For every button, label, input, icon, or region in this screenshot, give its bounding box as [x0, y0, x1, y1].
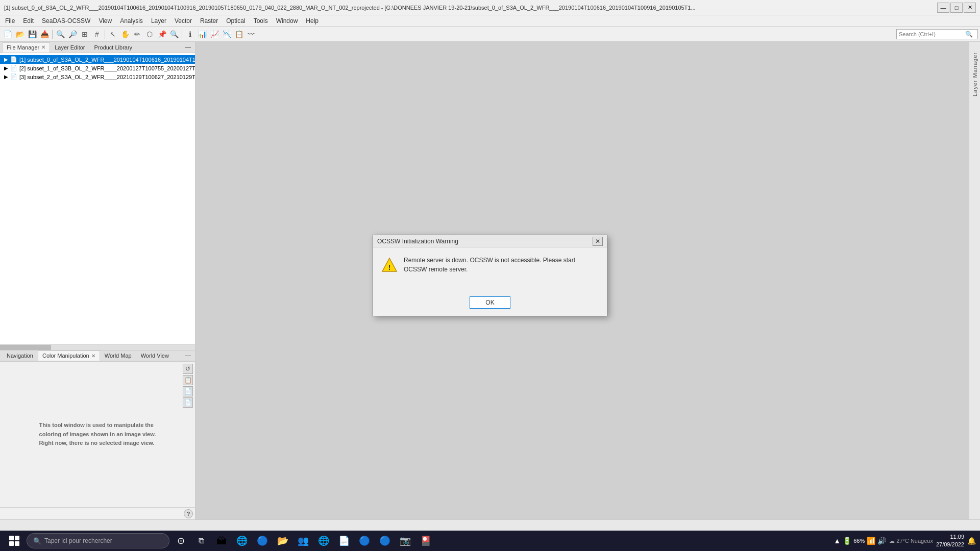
- tab-file-manager[interactable]: File Manager ✕: [2, 42, 50, 53]
- menu-layer[interactable]: Layer: [148, 16, 169, 26]
- menu-analysis[interactable]: Analysis: [117, 16, 146, 26]
- menu-help[interactable]: Help: [303, 16, 322, 26]
- taskbar-battery-percent: 66%: [853, 538, 865, 544]
- top-panel-close[interactable]: —: [183, 44, 193, 51]
- menu-tools[interactable]: Tools: [251, 16, 271, 26]
- toolbar-chart3[interactable]: 📉: [221, 29, 232, 40]
- description-bold: coloring of images: [39, 431, 89, 437]
- dialog-body: ! Remote server is down. OCSSW is not ac…: [373, 247, 607, 292]
- tab-file-manager-close[interactable]: ✕: [41, 44, 45, 50]
- toolbar-chart2[interactable]: 📈: [209, 29, 220, 40]
- taskbar-teams-btn[interactable]: 👥: [294, 533, 312, 549]
- dialog-title-bar: OCSSW Initialization Warning ✕: [373, 235, 607, 247]
- reset-tool-btn[interactable]: ↺: [183, 364, 193, 374]
- svg-text:!: !: [388, 263, 391, 271]
- taskbar-teams2-btn[interactable]: 🌐: [314, 533, 333, 549]
- toolbar-import[interactable]: 📥: [39, 29, 50, 40]
- toolbar-magnify[interactable]: 🔍: [168, 29, 180, 40]
- taskbar-folder-btn[interactable]: 📂: [274, 533, 292, 549]
- toolbar-info[interactable]: ℹ: [184, 29, 195, 40]
- file-item-1-text: [1] subset_0_of_S3A_OL_2_WFR___20190104T…: [19, 57, 195, 63]
- maximize-button[interactable]: □: [950, 3, 963, 13]
- taskbar-search-input[interactable]: [44, 537, 146, 544]
- win-square-3: [9, 541, 14, 546]
- toolbar-pin[interactable]: 📌: [156, 29, 167, 40]
- taskbar-landscape-btn[interactable]: 🏔: [212, 533, 231, 549]
- toolbar-select[interactable]: ↖: [107, 29, 118, 40]
- tab-color-manipulation-close[interactable]: ✕: [91, 353, 95, 359]
- taskbar-notifications-icon[interactable]: ▲: [834, 537, 841, 545]
- taskbar-battery-icon[interactable]: 🔋: [843, 537, 851, 545]
- taskbar-clock[interactable]: 11:09 27/09/2022: [936, 533, 964, 549]
- taskbar-word-btn[interactable]: 📄: [335, 533, 353, 549]
- menu-vector[interactable]: Vector: [172, 16, 195, 26]
- toolbar-grid[interactable]: #: [91, 29, 103, 40]
- search-input[interactable]: [899, 31, 965, 37]
- toolbar-chart4[interactable]: 📋: [233, 29, 244, 40]
- file-item-3[interactable]: ▶ 📄 [3] subset_2_of_S3A_OL_2_WFR____2021…: [0, 72, 195, 81]
- tab-world-view[interactable]: World View: [136, 350, 174, 361]
- taskbar-search-icon: 🔍: [33, 537, 41, 545]
- menu-window[interactable]: Window: [273, 16, 301, 26]
- toolbar-open[interactable]: 📂: [14, 29, 26, 40]
- weather-text: 27°C Nuageux: [896, 538, 933, 544]
- menu-seadas[interactable]: SeaDAS-OCSSW: [39, 16, 93, 26]
- toolbar-zoom-in[interactable]: 🔍: [55, 29, 66, 40]
- taskbar-edge-btn[interactable]: 🌐: [233, 533, 251, 549]
- import-tool-btn[interactable]: 📋: [183, 375, 193, 385]
- file-manager-area: File Manager ✕ Layer Editor Product Libr…: [0, 42, 195, 350]
- toolbar-chart1[interactable]: 📊: [197, 29, 208, 40]
- minimize-button[interactable]: —: [937, 3, 949, 13]
- ok-button[interactable]: OK: [470, 296, 510, 309]
- layer-manager-label[interactable]: Layer Manager: [972, 52, 978, 96]
- export-tool-btn[interactable]: 📄: [183, 386, 193, 396]
- toolbar-draw[interactable]: ✏: [132, 29, 143, 40]
- file-scroll-bar[interactable]: [0, 344, 195, 350]
- file-list[interactable]: ▶ 📄 [1] subset_0_of_S3A_OL_2_WFR___20190…: [0, 53, 195, 344]
- toolbar-zoom-out[interactable]: 🔎: [67, 29, 78, 40]
- toolbar-save[interactable]: 💾: [27, 29, 38, 40]
- file-item-1[interactable]: ▶ 📄 [1] subset_0_of_S3A_OL_2_WFR___20190…: [0, 55, 195, 64]
- taskbar-chrome2-btn[interactable]: 🔵: [355, 533, 374, 549]
- taskbar-misc-btn[interactable]: 🎴: [416, 533, 435, 549]
- help-button[interactable]: ?: [184, 509, 193, 518]
- taskbar-snap-btn[interactable]: 📷: [396, 533, 414, 549]
- tab-navigation-label: Navigation: [7, 353, 33, 359]
- start-button[interactable]: [4, 533, 24, 549]
- tab-world-map[interactable]: World Map: [100, 350, 136, 361]
- tab-file-manager-label: File Manager: [7, 44, 39, 51]
- taskbar-search-bar[interactable]: 🔍: [27, 533, 169, 548]
- taskbar-date: 27/09/2022: [936, 541, 964, 548]
- taskbar-notification-bell[interactable]: 🔔: [967, 537, 976, 545]
- warning-icon: !: [381, 257, 398, 273]
- taskbar-task-view-btn[interactable]: ⧉: [192, 533, 210, 549]
- taskbar-chrome-btn[interactable]: 🔵: [253, 533, 272, 549]
- toolbar-profile[interactable]: 〰: [246, 29, 257, 40]
- file-scroll-thumb[interactable]: [0, 345, 51, 350]
- dialog-close-button[interactable]: ✕: [593, 237, 603, 246]
- taskbar-network-icon[interactable]: 📶: [867, 537, 875, 545]
- tab-navigation[interactable]: Navigation: [2, 350, 38, 361]
- toolbar-pan[interactable]: ✋: [119, 29, 131, 40]
- taskbar-volume-icon[interactable]: 🔊: [877, 537, 886, 545]
- menu-file[interactable]: File: [2, 16, 18, 26]
- search-box[interactable]: 🔍: [896, 29, 978, 39]
- close-button[interactable]: ✕: [964, 3, 976, 13]
- taskbar-cortana-btn[interactable]: ⊙: [172, 533, 190, 549]
- menu-view[interactable]: View: [95, 16, 115, 26]
- menu-raster[interactable]: Raster: [197, 16, 221, 26]
- toolbar-new[interactable]: 📄: [2, 29, 13, 40]
- tab-color-manipulation[interactable]: Color Manipulation ✕: [38, 350, 100, 361]
- taskbar-chrome3-btn[interactable]: 🔵: [376, 533, 394, 549]
- file-item-2[interactable]: ▶ 📄 [2] subset_1_of_S3B_OL_2_WFR____2020…: [0, 64, 195, 72]
- tab-world-map-label: World Map: [105, 353, 132, 359]
- toolbar-polygon[interactable]: ⬡: [144, 29, 155, 40]
- tab-product-library[interactable]: Product Library: [90, 42, 137, 53]
- bottom-panel-close[interactable]: —: [183, 352, 193, 359]
- save-tool-btn[interactable]: 📄: [183, 397, 193, 408]
- menu-edit[interactable]: Edit: [20, 16, 37, 26]
- tab-layer-editor[interactable]: Layer Editor: [50, 42, 89, 53]
- menu-optical[interactable]: Optical: [223, 16, 248, 26]
- tab-color-manipulation-label: Color Manipulation: [42, 353, 89, 359]
- toolbar-fit[interactable]: ⊞: [79, 29, 90, 40]
